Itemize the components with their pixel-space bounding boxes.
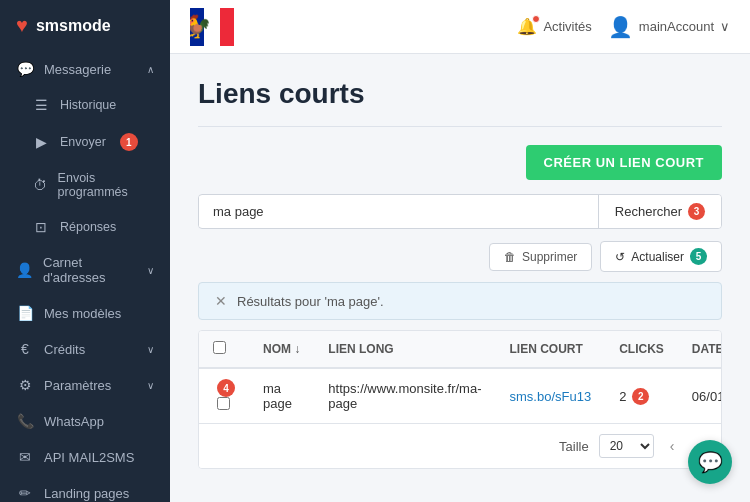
table-row: 4 ma page https://www.monsite.fr/ma-page…	[199, 368, 722, 423]
sidebar-item-api-mail2sms[interactable]: ✉ API MAIL2SMS	[0, 439, 170, 475]
action-row: 🗑 Supprimer ↺ Actualiser 5	[198, 241, 722, 272]
modeles-icon: 📄	[16, 305, 34, 321]
sidebar-item-label: Réponses	[60, 220, 116, 234]
clicks-cell: 2 2	[619, 388, 664, 405]
chevron-icon: ∧	[147, 64, 154, 75]
sidebar-item-label: WhatsApp	[44, 414, 104, 429]
pagination-row: Taille 20 50 100 ‹ ›	[199, 423, 721, 468]
search-input[interactable]	[199, 196, 598, 227]
sidebar-item-parametres[interactable]: ⚙ Paramètres ∨	[0, 367, 170, 403]
results-close-button[interactable]: ✕	[215, 293, 227, 309]
svg-rect-2	[220, 8, 234, 46]
search-button-label: Rechercher	[615, 204, 682, 219]
chat-button[interactable]: 💬	[688, 440, 732, 484]
sidebar-item-landing-pages[interactable]: ✏ Landing pages	[0, 475, 170, 502]
french-tech-logo: 🐓	[190, 8, 234, 46]
select-all-checkbox[interactable]	[213, 341, 226, 354]
results-info: ✕ Résultats pour 'ma page'.	[198, 282, 722, 320]
refresh-button[interactable]: ↺ Actualiser 5	[600, 241, 722, 272]
sidebar-logo[interactable]: ♥ smsmode	[0, 0, 170, 51]
account-button[interactable]: 👤 mainAccount ∨	[608, 15, 730, 39]
reponses-icon: ⊡	[32, 219, 50, 235]
sidebar-item-historique[interactable]: ☰ Historique	[0, 87, 170, 123]
carnet-icon: 👤	[16, 262, 33, 278]
bell-icon: 🔔	[517, 17, 537, 36]
sidebar-item-label: Landing pages	[44, 486, 129, 501]
account-chevron-icon: ∨	[720, 19, 730, 34]
refresh-button-label: Actualiser	[631, 250, 684, 264]
smsmode-icon: ♥	[16, 14, 28, 37]
sidebar-item-label: Mes modèles	[44, 306, 121, 321]
page-size-select[interactable]: 20 50 100	[599, 434, 654, 458]
sidebar-item-label: Envois programmés	[58, 171, 154, 199]
links-table: NOM ↓ LIEN LONG LIEN COURT CLICKS	[199, 331, 722, 423]
topbar-logo: 🐓	[190, 8, 505, 46]
col-clicks: CLICKS	[605, 331, 678, 368]
envoyer-icon: ▶	[32, 134, 50, 150]
envois-icon: ⏱	[32, 177, 48, 193]
account-label: mainAccount	[639, 19, 714, 34]
whatsapp-icon: 📞	[16, 413, 34, 429]
messagerie-icon: 💬	[16, 61, 34, 77]
mail2sms-icon: ✉	[16, 449, 34, 465]
sidebar-item-label: Historique	[60, 98, 116, 112]
sidebar-item-label: Messagerie	[44, 62, 111, 77]
sidebar-item-whatsapp[interactable]: 📞 WhatsApp	[0, 403, 170, 439]
row-name: ma page	[249, 368, 314, 423]
table-header-row: NOM ↓ LIEN LONG LIEN COURT CLICKS	[199, 331, 722, 368]
col-date: DATE DE	[678, 331, 722, 368]
search-badge: 3	[688, 203, 705, 220]
col-lien-long: LIEN LONG	[314, 331, 495, 368]
results-text: Résultats pour 'ma page'.	[237, 294, 384, 309]
create-link-button[interactable]: CRÉER UN LIEN COURT	[526, 145, 722, 180]
svg-text:🐓: 🐓	[190, 13, 212, 40]
refresh-icon: ↺	[615, 250, 625, 264]
row-badge: 4	[217, 379, 235, 397]
sidebar-item-envois-programmes[interactable]: ⏱ Envois programmés	[0, 161, 170, 209]
sidebar-item-label: Crédits	[44, 342, 85, 357]
sidebar-item-label: Carnet d'adresses	[43, 255, 137, 285]
sidebar-item-envoyer[interactable]: ▶ Envoyer 1	[0, 123, 170, 161]
refresh-badge: 5	[690, 248, 707, 265]
sort-icon: ↓	[294, 342, 300, 356]
search-row: Rechercher 3	[198, 194, 722, 229]
topbar-right: 🔔 Activités 👤 mainAccount ∨	[517, 15, 730, 39]
col-lien-court: LIEN COURT	[496, 331, 606, 368]
sidebar-item-credits[interactable]: € Crédits ∨	[0, 331, 170, 367]
sidebar-item-label: Paramètres	[44, 378, 111, 393]
topbar: 🐓 🔔 Activités 👤 mainAccount ∨	[170, 0, 750, 54]
parametres-icon: ⚙	[16, 377, 34, 393]
row-lien-long: https://www.monsite.fr/ma-page	[314, 368, 495, 423]
clicks-value: 2	[619, 389, 626, 404]
notification-dot	[532, 15, 540, 23]
row-lien-court: sms.bo/sFu13	[496, 368, 606, 423]
checkbox-header	[199, 331, 249, 368]
clicks-badge: 2	[632, 388, 649, 405]
trash-icon: 🗑	[504, 250, 516, 264]
row-number-badge: 4	[199, 368, 249, 423]
sidebar-item-messagerie[interactable]: 💬 Messagerie ∧	[0, 51, 170, 87]
delete-button-label: Supprimer	[522, 250, 577, 264]
row-checkbox[interactable]	[217, 397, 230, 410]
sidebar-item-reponses[interactable]: ⊡ Réponses	[0, 209, 170, 245]
chevron-icon: ∨	[147, 380, 154, 391]
activities-button[interactable]: 🔔 Activités	[517, 17, 591, 36]
page-title: Liens courts	[198, 78, 722, 110]
landing-icon: ✏	[16, 485, 34, 501]
delete-button[interactable]: 🗑 Supprimer	[489, 243, 592, 271]
main-content: 🐓 🔔 Activités 👤 mainAccount ∨ Liens cour…	[170, 0, 750, 502]
row-clicks: 2 2	[605, 368, 678, 423]
search-button[interactable]: Rechercher 3	[598, 195, 721, 228]
sidebar-item-label: API MAIL2SMS	[44, 450, 134, 465]
credits-icon: €	[16, 341, 34, 357]
toolbar-row: CRÉER UN LIEN COURT	[198, 145, 722, 180]
prev-page-button[interactable]: ‹	[664, 436, 681, 456]
account-icon: 👤	[608, 15, 633, 39]
sidebar-navigation: 💬 Messagerie ∧ ☰ Historique ▶ Envoyer 1 …	[0, 51, 170, 502]
short-link[interactable]: sms.bo/sFu13	[510, 389, 592, 404]
sidebar-item-carnet[interactable]: 👤 Carnet d'adresses ∨	[0, 245, 170, 295]
chevron-icon: ∨	[147, 265, 154, 276]
row-date: 06/01/2...	[678, 368, 722, 423]
chevron-icon: ∨	[147, 344, 154, 355]
sidebar-item-modeles[interactable]: 📄 Mes modèles	[0, 295, 170, 331]
